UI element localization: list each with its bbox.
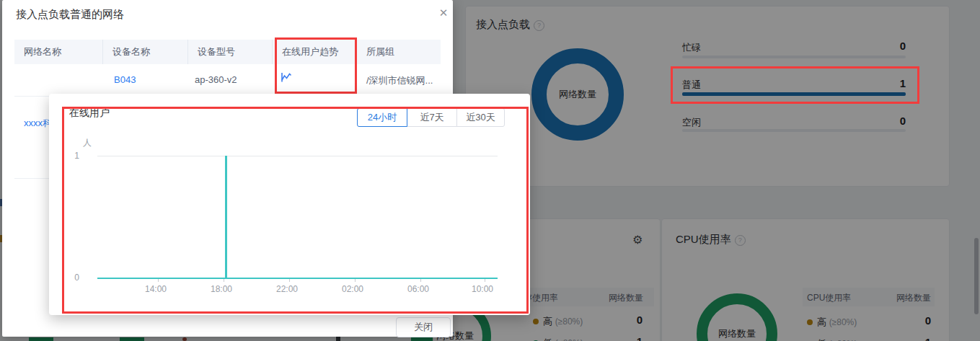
table-header-row: 网络名称 设备名称 设备型号 在线用户趋势 所属组: [14, 40, 441, 64]
annotation-normal-row: [671, 66, 919, 104]
group-cell: /深圳市信锐网...: [366, 74, 433, 87]
col-group: 所属组: [357, 40, 441, 64]
col-device-name: 设备名称: [103, 40, 188, 64]
close-button[interactable]: 关闭: [396, 317, 451, 337]
device-name-link[interactable]: B043: [114, 74, 136, 85]
close-icon[interactable]: ✕: [436, 6, 451, 20]
screen: 接入点负载? 网络数量 忙碌 0 普通 1 空闲 0 ⚙ 网络数量 内存使用率 …: [0, 0, 980, 341]
annotation-trend-column: [275, 37, 357, 94]
modal-title: 接入点负载普通的网络: [16, 8, 124, 22]
col-network-name: 网络名称: [14, 40, 103, 64]
col-device-model: 设备型号: [188, 40, 273, 64]
device-model-cell: ap-360-v2: [195, 74, 237, 85]
annotation-popup-border: [62, 107, 529, 314]
online-users-popup: 在线用户 24小时 近7天 近30天 人 1 0 14:00 18:00 22:…: [49, 94, 530, 315]
